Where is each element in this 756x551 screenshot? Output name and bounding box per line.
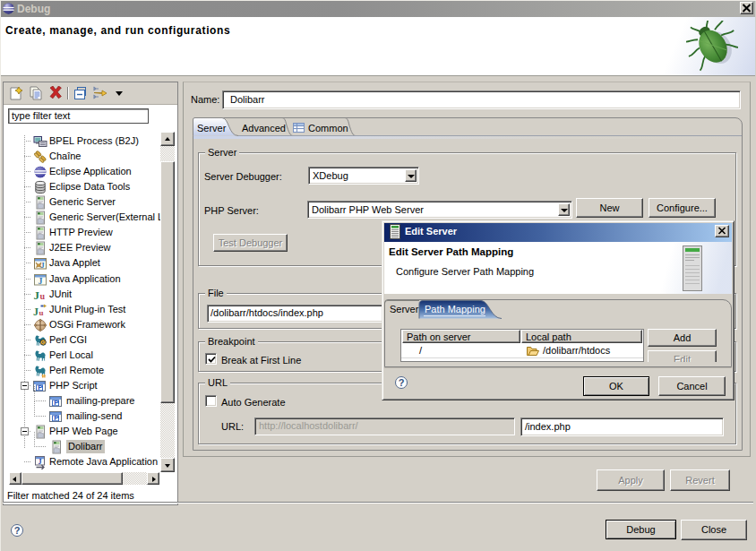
svg-text:J: J: [33, 306, 39, 317]
svg-text:J: J: [34, 288, 40, 302]
svg-text:J: J: [39, 458, 42, 466]
svg-text:P: P: [54, 399, 58, 407]
svg-text:u: u: [40, 291, 46, 301]
svg-text:P: P: [54, 414, 58, 422]
svg-text:J: J: [39, 276, 43, 286]
svg-text:P: P: [38, 383, 42, 392]
svg-text:J: J: [40, 261, 45, 270]
svg-text:u: u: [39, 308, 44, 317]
